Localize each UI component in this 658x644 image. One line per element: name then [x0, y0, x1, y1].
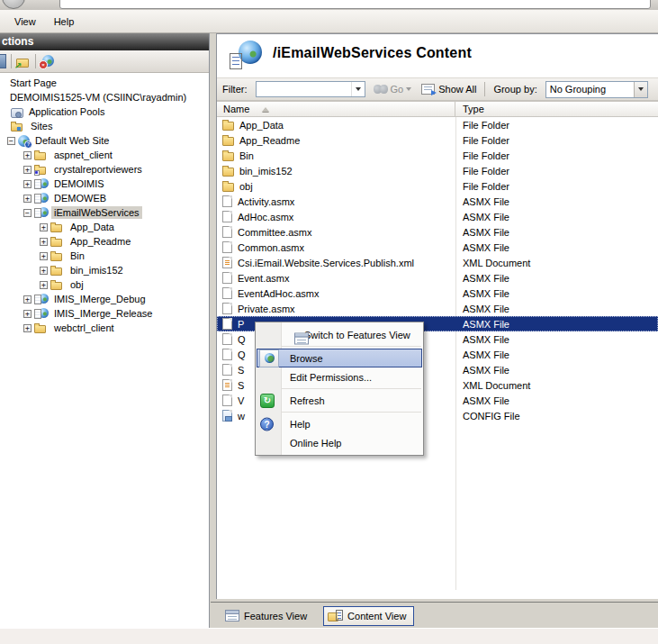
tree-item-imis-imerge-debug[interactable]: +IMIS_IMerge_Debug	[0, 292, 208, 306]
tree-expander-icon[interactable]: −	[23, 209, 32, 217]
file-type: ASMX File	[455, 349, 658, 360]
tree-item-obj[interactable]: +obj	[0, 277, 208, 292]
folder-icon	[34, 322, 49, 334]
chevron-down-icon[interactable]	[634, 82, 647, 97]
xml-file-icon	[222, 257, 232, 268]
file-type: File Folder	[455, 166, 658, 177]
page-title: /iEmailWebServices Content	[273, 45, 472, 61]
tree-item-label: IMIS_IMerge_Debug	[51, 293, 149, 305]
tree-item-label: App_Readme	[68, 235, 133, 248]
tree-item-label: IMIS_IMerge_Release	[51, 307, 155, 320]
tree-item-app-data[interactable]: +App_Data	[0, 220, 208, 234]
tree-expander-icon[interactable]: +	[23, 295, 32, 304]
save-connection-icon[interactable]	[0, 54, 6, 68]
tree-item-demoweb[interactable]: +DEMOWEB	[0, 191, 208, 205]
menu-help[interactable]: Help	[45, 13, 84, 31]
window-top-strip	[0, 0, 658, 10]
tree-item-iemailwebservices[interactable]: −iEmailWebServices	[0, 205, 208, 220]
browse-globe-icon	[259, 349, 279, 367]
tree-expander-icon[interactable]: +	[40, 223, 48, 231]
file-row-activity-asmx[interactable]: Activity.asmxASMX File	[217, 194, 658, 209]
tree-item-imis-imerge-release[interactable]: +IMIS_IMerge_Release	[0, 306, 208, 321]
tree-expander-icon[interactable]: −	[7, 137, 15, 145]
binoculars-icon	[374, 85, 388, 94]
menu-item-online-help[interactable]: Online Help	[256, 433, 423, 452]
file-row-event-asmx[interactable]: Event.asmxASMX File	[217, 270, 658, 286]
tree-item-crystalreportviewers[interactable]: +crystalreportviewers	[0, 162, 208, 177]
tree-expander-icon[interactable]: +	[40, 267, 48, 275]
menu-view[interactable]: View	[5, 13, 45, 31]
tree-item-default-web-site[interactable]: −Default Web Site	[0, 133, 208, 148]
tree-expander-icon[interactable]: +	[23, 195, 32, 203]
show-all-button[interactable]: Show All	[421, 84, 476, 95]
file-type: ASMX File	[455, 212, 658, 222]
folder-link-icon	[34, 163, 49, 176]
menu-separator	[257, 388, 421, 389]
tree-item-start-page[interactable]: Start Page	[0, 76, 208, 90]
list-header: Name Type	[217, 101, 658, 117]
chevron-down-icon[interactable]	[406, 87, 411, 91]
file-type: File Folder	[455, 135, 658, 146]
group-by-select[interactable]: No Grouping	[545, 81, 648, 98]
file-row-committee-asmx[interactable]: Committee.asmxASMX File	[217, 224, 658, 240]
tree-item-webctrl-client[interactable]: +webctrl_client	[0, 321, 208, 335]
tree-item-bin[interactable]: +Bin	[0, 249, 208, 263]
application-icon	[34, 192, 49, 204]
file-row-bin[interactable]: BinFile Folder	[217, 148, 658, 163]
page-icon	[230, 53, 242, 69]
menu-item-help[interactable]: Help	[256, 414, 423, 433]
application-icon	[34, 293, 49, 305]
go-button[interactable]: Go	[374, 84, 412, 95]
menu-item-refresh[interactable]: Refresh	[256, 391, 423, 410]
tab-content-view[interactable]: Content View	[323, 606, 414, 626]
tree-item-app-readme[interactable]: +App_Readme	[0, 234, 208, 249]
tree-item-application-pools[interactable]: Application Pools	[0, 104, 208, 119]
tree-item-label: bin_imis152	[68, 264, 126, 277]
tree-item-label: crystalreportviewers	[51, 163, 145, 176]
back-button[interactable]	[2, 0, 25, 9]
menu-item-edit-permissions[interactable]: Edit Permissions...	[256, 367, 423, 386]
column-header-type[interactable]: Type	[455, 102, 658, 116]
tree-expander-icon[interactable]: +	[23, 324, 32, 332]
file-type: ASMX File	[455, 365, 658, 376]
asmx-file-icon	[222, 272, 232, 284]
tree-item-aspnet-client[interactable]: +aspnet_client	[0, 148, 208, 162]
file-row-common-asmx[interactable]: Common.asmxASMX File	[217, 240, 658, 255]
create-connection-icon[interactable]	[16, 56, 31, 68]
tree-item-bin-imis152[interactable]: +bin_imis152	[0, 263, 208, 277]
tree-item-demoimis[interactable]: +DEMOIMIS	[0, 177, 208, 191]
file-name: Common.asmx	[238, 242, 304, 253]
asmx-file-icon	[222, 333, 232, 345]
file-row-obj[interactable]: objFile Folder	[217, 178, 658, 194]
file-row-app-readme[interactable]: App_ReadmeFile Folder	[217, 132, 658, 148]
tree-expander-icon[interactable]: +	[23, 151, 32, 159]
tab-features-view[interactable]: Features View	[221, 607, 314, 624]
status-strip	[0, 628, 658, 644]
file-row-csi-iemail-website-services-publish-xml[interactable]: Csi.iEmail.Website.Services.Publish.xmlX…	[217, 255, 658, 270]
delete-connection-icon[interactable]	[41, 55, 54, 68]
file-row-private-asmx[interactable]: Private.asmxASMX File	[217, 301, 658, 316]
file-row-adhoc-asmx[interactable]: AdHoc.asmxASMX File	[217, 209, 658, 224]
menu-item-switch-to-features-view[interactable]: Switch to Features View	[256, 325, 423, 344]
address-bar-stub[interactable]	[59, 0, 651, 9]
file-type: ASMX File	[455, 319, 658, 330]
tree-item-label: Start Page	[7, 77, 59, 89]
chevron-down-icon[interactable]	[351, 82, 365, 96]
tree-item-sites[interactable]: Sites	[0, 119, 208, 133]
file-row-bin-imis152[interactable]: bin_imis152File Folder	[217, 163, 658, 178]
file-row-eventadhoc-asmx[interactable]: EventAdHoc.asmxASMX File	[217, 286, 658, 301]
tree-item-label: DEMOWEB	[51, 192, 109, 204]
tree-expander-icon[interactable]: +	[40, 238, 48, 246]
file-row-app-data[interactable]: App_DataFile Folder	[217, 117, 658, 132]
column-header-name[interactable]: Name	[217, 102, 455, 116]
tree-expander-icon[interactable]: +	[23, 310, 32, 318]
menu-item-browse[interactable]: Browse	[257, 349, 422, 367]
tree-expander-icon[interactable]: +	[40, 252, 48, 260]
filter-input[interactable]	[256, 81, 365, 97]
tree-expander-icon[interactable]: +	[40, 281, 48, 289]
tree-expander-icon[interactable]: +	[23, 166, 32, 174]
folder-icon	[50, 278, 65, 291]
tree-expander-icon[interactable]: +	[23, 180, 32, 188]
tree-item-demoimis1525-vm-csiinc-rayadmin[interactable]: DEMOIMIS1525-VM (CSIINC\rayadmin)	[0, 90, 208, 104]
asmx-file-icon	[222, 287, 232, 299]
